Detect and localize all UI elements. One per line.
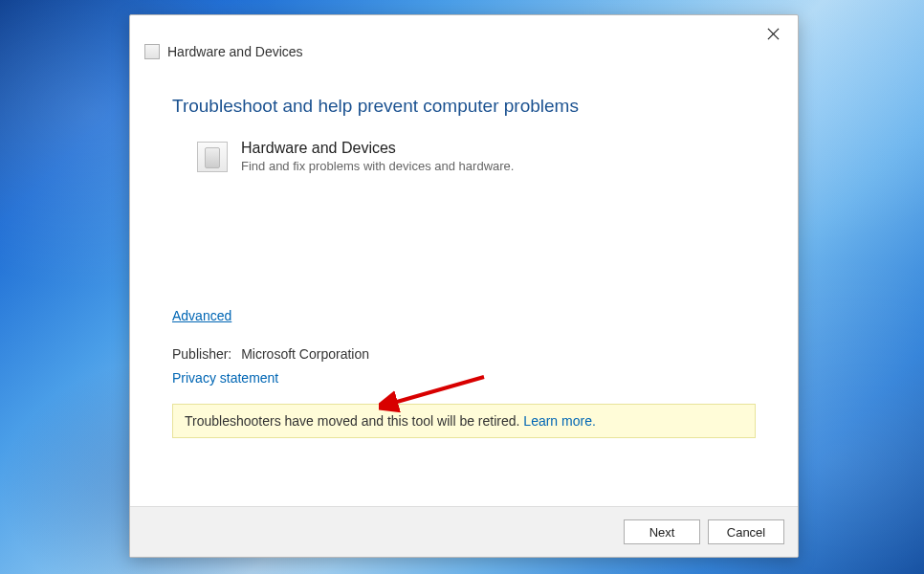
troubleshooter-icon bbox=[144, 44, 160, 59]
section-description: Find and fix problems with devices and h… bbox=[241, 159, 514, 173]
content-area: Troubleshoot and help prevent computer p… bbox=[130, 59, 798, 506]
next-button[interactable]: Next bbox=[624, 519, 700, 544]
section-title: Hardware and Devices bbox=[241, 140, 514, 157]
publisher-row: Publisher: Microsoft Corporation bbox=[172, 346, 756, 362]
deprecation-notice: Troubleshooters have moved and this tool… bbox=[172, 404, 756, 438]
svg-line-3 bbox=[390, 377, 484, 404]
troubleshooter-section: Hardware and Devices Find and fix proble… bbox=[197, 142, 756, 173]
advanced-link[interactable]: Advanced bbox=[172, 308, 231, 323]
cancel-button[interactable]: Cancel bbox=[708, 519, 784, 544]
privacy-statement-link[interactable]: Privacy statement bbox=[172, 370, 278, 386]
learn-more-link[interactable]: Learn more. bbox=[523, 413, 595, 429]
publisher-value: Microsoft Corporation bbox=[241, 346, 369, 362]
page-heading: Troubleshoot and help prevent computer p… bbox=[172, 96, 756, 117]
close-button[interactable] bbox=[752, 19, 794, 48]
hardware-icon bbox=[197, 142, 228, 172]
publisher-label: Publisher: bbox=[172, 346, 231, 362]
troubleshooter-window: Hardware and Devices Troubleshoot and he… bbox=[129, 14, 799, 558]
window-title: Hardware and Devices bbox=[167, 44, 303, 59]
titlebar: Hardware and Devices bbox=[130, 15, 798, 59]
section-text: Hardware and Devices Find and fix proble… bbox=[241, 140, 514, 173]
notice-message: Troubleshooters have moved and this tool… bbox=[185, 413, 523, 429]
button-bar: Next Cancel bbox=[130, 507, 798, 557]
close-icon bbox=[767, 28, 780, 40]
